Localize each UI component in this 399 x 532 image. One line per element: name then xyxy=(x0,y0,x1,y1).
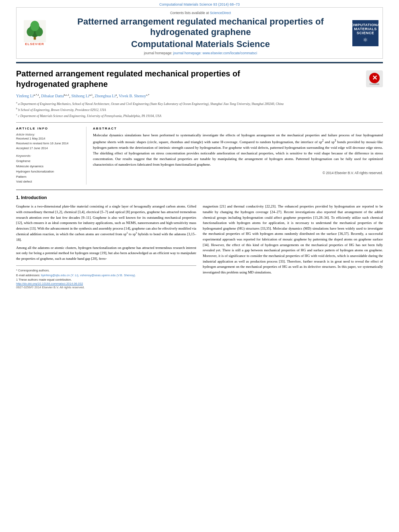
journal-center: Contents lists available at ScienceDirec… xyxy=(53,11,348,55)
journal-name: Patterned arrangement regulated mechanic… xyxy=(53,16,348,37)
crossmark-badge: ✕ CrossMark xyxy=(366,70,383,88)
intro-para-1: Graphene is a two-dimensional plate-like… xyxy=(16,204,196,242)
svg-point-5 xyxy=(30,21,39,31)
svg-text:CrossMark: CrossMark xyxy=(370,83,380,85)
abstract-text: Molecular dynamics simulations have been… xyxy=(93,133,383,168)
journal-homepage: journal homepage: journal homepage: www.… xyxy=(53,51,348,55)
elsevier-logo: ELSEVIER xyxy=(21,20,49,46)
body-right-col: magnetism [21] and thermal conductivity … xyxy=(203,204,383,289)
journal-header: ELSEVIER Contents lists available at Sci… xyxy=(16,7,383,59)
article-history-label: Article history: xyxy=(16,133,81,136)
abstract-label: ABSTRACT xyxy=(93,127,383,130)
section-divider-2 xyxy=(16,189,383,190)
accepted-date: Accepted 17 June 2014 xyxy=(16,146,81,150)
footnote-corresponding: * Corresponding authors. xyxy=(16,268,196,273)
article-info-label: ARTICLE INFO xyxy=(16,127,81,130)
intro-section-title: 1. Introduction xyxy=(16,195,383,200)
body-left-col: Graphene is a two-dimensional plate-like… xyxy=(16,204,196,289)
footnote-section: * Corresponding authors. E-mail addresse… xyxy=(16,265,196,289)
section-divider-1 xyxy=(16,122,383,123)
article-info-col: ARTICLE INFO Article history: Received 1… xyxy=(16,127,86,185)
received-date: Received 1 May 2014 xyxy=(16,137,81,140)
article-history: Article history: Received 1 May 2014 Rec… xyxy=(16,133,81,150)
journal-title-display: Computational Materials Science xyxy=(53,39,348,49)
svg-text:✕: ✕ xyxy=(372,74,377,81)
copyright-notice: © 2014 Elsevier B.V. All rights reserved… xyxy=(93,171,383,175)
received-revised-date: Received in revised form 16 June 2014 xyxy=(16,142,81,145)
journal-ref-top: Computational Materials Science 93 (2014… xyxy=(0,0,399,7)
authors-line: Yinfeng Lia,*,1, Dibakar Dattab,c,1, Shi… xyxy=(16,93,383,98)
keyword-graphene: Graphene xyxy=(16,159,81,164)
affiliations: a a Department of Engineering Mechanics,… xyxy=(16,101,383,118)
keyword-void: Void defect xyxy=(16,179,81,185)
body-content: Graphene is a two-dimensional plate-like… xyxy=(16,204,383,289)
intro-para-right: magnetism [21] and thermal conductivity … xyxy=(203,204,383,275)
doi-link[interactable]: http://dx.doi.org/10.1016/j.commatsci.20… xyxy=(16,282,196,286)
keyword-hf: Hydrogen functionalization xyxy=(16,169,81,175)
article-title: Patterned arrangement regulated mechanic… xyxy=(16,68,265,89)
article-content: ✕ CrossMark Patterned arrangement regula… xyxy=(0,64,399,294)
footnote-email: E-mail addresses: liyinfeng@sjtu.edu.cn … xyxy=(16,273,196,277)
copyright-bottom: 0927-0256/© 2014 Elsevier B.V. All right… xyxy=(16,286,196,289)
intro-para-2: Among all the adatoms or atomic clusters… xyxy=(16,245,196,262)
intro-section: 1. Introduction Graphene is a two-dimens… xyxy=(16,195,383,289)
keyword-md: Molecule dynamics xyxy=(16,164,81,169)
journal-logo-right: COMPUTATIONALMATERIALSSCIENCE ⚛ xyxy=(352,20,378,46)
keywords-label: Keywords: xyxy=(16,154,81,158)
keywords-list: Graphene Molecule dynamics Hydrogen func… xyxy=(16,159,81,185)
keyword-pattern: Pattern xyxy=(16,175,81,180)
sciencedirect-link: Contents lists available at ScienceDirec… xyxy=(53,11,348,15)
footnote-equal: 1 These authors made equal contribution. xyxy=(16,277,196,282)
article-info-abstract: ARTICLE INFO Article history: Received 1… xyxy=(16,127,383,185)
elsevier-text: ELSEVIER xyxy=(25,42,44,46)
abstract-col: ABSTRACT Molecular dynamics simulations … xyxy=(93,127,383,185)
